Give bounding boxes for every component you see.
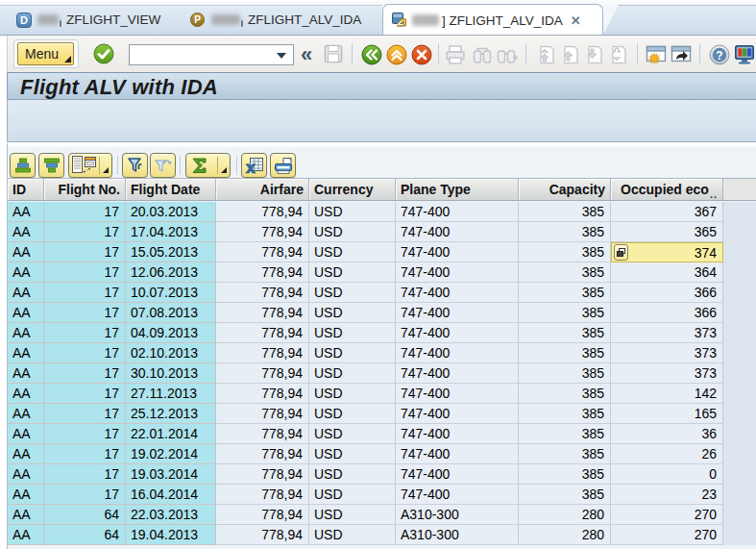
next-page-icon[interactable] [583,45,603,64]
cell-flight_date[interactable]: 19.02.2014 [126,444,216,464]
cell-flight_no[interactable]: 17 [44,202,126,222]
sort-ascending-button[interactable] [10,153,36,178]
cell-flight_date[interactable]: 27.11.2013 [126,384,216,404]
cell-detail-icon[interactable] [614,244,628,261]
back-icon[interactable] [361,44,382,65]
cell-flight_date[interactable]: 30.10.2013 [126,363,216,384]
layout-button[interactable] [68,153,112,178]
layout-dropdown-icon[interactable] [103,167,109,173]
cell-id[interactable]: AA [8,262,44,283]
cell-id[interactable]: AA [8,485,44,505]
cell-airfare[interactable]: 778,94 [216,262,309,283]
cell-flight_no[interactable]: 17 [44,424,126,444]
cell-currency[interactable]: USD [309,222,396,242]
cell-id[interactable]: AA [8,384,44,404]
column-header-currency[interactable]: Currency [309,179,396,200]
cell-currency[interactable]: USD [309,323,396,343]
filter-button[interactable] [122,153,148,178]
cell-flight_no[interactable]: 17 [44,283,126,303]
cell-currency[interactable]: USD [309,444,396,464]
exit-icon[interactable] [386,44,407,65]
first-page-icon[interactable] [535,45,555,64]
cell-airfare[interactable]: 778,94 [216,303,309,323]
cell-flight_no[interactable]: 17 [44,444,126,464]
cell-capacity[interactable]: 385 [519,404,611,424]
cell-flight_no[interactable]: 17 [44,464,126,485]
cell-airfare[interactable]: 778,94 [216,505,309,525]
combo-dropdown-icon[interactable] [277,53,286,59]
cell-capacity[interactable]: 280 [519,525,611,545]
cell-flight_date[interactable]: 22.03.2013 [126,505,216,525]
cell-plane_type[interactable]: 747-400 [396,343,519,363]
cell-occupied[interactable]: 373 [611,363,723,384]
collapse-toolbar-icon[interactable]: « [301,44,312,65]
cell-flight_no[interactable]: 17 [44,222,126,242]
menu-button[interactable]: Menu [17,42,74,65]
help-icon[interactable]: ? [709,44,730,65]
cell-id[interactable]: AA [8,444,44,464]
cell-id[interactable]: AA [8,464,44,485]
cell-plane_type[interactable]: 747-400 [396,202,519,222]
cell-flight_date[interactable]: 19.04.2013 [126,525,216,545]
cell-plane_type[interactable]: 747-400 [396,363,519,384]
cell-currency[interactable]: USD [309,485,396,505]
cell-plane_type[interactable]: 747-400 [396,303,519,323]
cell-airfare[interactable]: 778,94 [216,444,309,464]
cell-plane_type[interactable]: 747-400 [396,222,519,242]
cell-currency[interactable]: USD [309,202,396,222]
cell-currency[interactable]: USD [309,505,396,525]
cell-id[interactable]: AA [8,404,44,424]
cell-capacity[interactable]: 385 [519,242,611,262]
cell-currency[interactable]: USD [309,303,396,323]
last-page-icon[interactable] [607,45,627,64]
close-tab-icon[interactable]: ✕ [571,14,581,27]
cell-flight_no[interactable]: 17 [44,343,126,363]
cell-plane_type[interactable]: 747-400 [396,485,519,505]
cell-airfare[interactable]: 778,94 [216,283,309,303]
command-input[interactable] [132,46,271,63]
cell-flight_no[interactable]: 64 [44,525,126,545]
cell-flight_date[interactable]: 15.05.2013 [126,242,216,262]
create-shortcut-icon[interactable] [671,45,692,64]
cell-capacity[interactable]: 385 [519,363,611,384]
cell-id[interactable]: AA [8,505,44,525]
cell-flight_no[interactable]: 17 [44,262,126,283]
column-header-occupied[interactable]: Occupied eco.. [611,179,723,200]
cell-capacity[interactable]: 385 [519,384,611,404]
cell-flight_date[interactable]: 22.01.2014 [126,424,216,444]
column-header-flight_no[interactable]: Flight No. [44,179,126,200]
cell-capacity[interactable]: 280 [519,505,611,525]
find-next-icon[interactable] [497,45,518,64]
cell-occupied[interactable]: 165 [611,404,723,424]
cell-plane_type[interactable]: 747-400 [396,424,519,444]
column-header-capacity[interactable]: Capacity [519,179,611,200]
cell-id[interactable]: AA [8,202,44,222]
cell-flight_date[interactable]: 10.07.2013 [126,283,216,303]
sum-button[interactable] [185,153,231,178]
cell-occupied[interactable]: 142 [611,384,723,404]
cell-flight_date[interactable]: 20.03.2013 [126,202,216,222]
export-excel-button[interactable] [241,153,267,178]
cell-id[interactable]: AA [8,222,44,242]
cell-flight_no[interactable]: 17 [44,363,126,384]
cell-id[interactable]: AA [8,283,44,303]
cell-occupied[interactable]: 374 [611,242,723,262]
cell-flight_no[interactable]: 17 [44,485,126,505]
column-header-airfare[interactable]: Airfare [216,179,309,200]
cell-flight_date[interactable]: 19.03.2014 [126,464,216,485]
cell-occupied[interactable]: 23 [611,485,723,505]
cell-plane_type[interactable]: 747-400 [396,242,519,262]
cell-flight_date[interactable]: 12.06.2013 [126,262,216,283]
cell-airfare[interactable]: 778,94 [216,384,309,404]
cell-airfare[interactable]: 778,94 [216,404,309,424]
sum-dropdown-icon[interactable] [221,167,227,173]
cell-flight_date[interactable]: 17.04.2013 [126,222,216,242]
cell-capacity[interactable]: 385 [519,464,611,485]
cell-airfare[interactable]: 778,94 [216,424,309,444]
cell-plane_type[interactable]: 747-400 [396,283,519,303]
cell-currency[interactable]: USD [309,424,396,444]
cell-plane_type[interactable]: 747-400 [396,464,519,485]
command-field[interactable] [129,44,294,65]
cell-flight_date[interactable]: 04.09.2013 [126,323,216,343]
cell-plane_type[interactable]: 747-400 [396,262,519,283]
